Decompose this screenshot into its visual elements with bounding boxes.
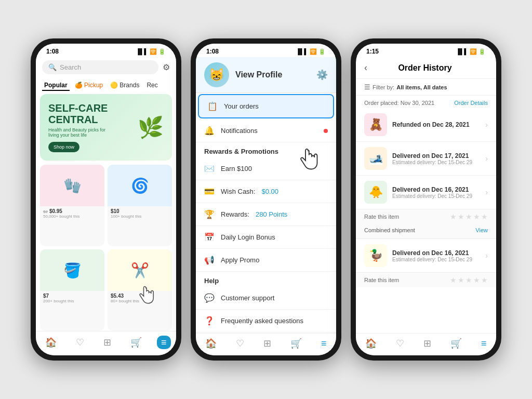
home-icon-1: 🏠 [45, 338, 57, 347]
time-3: 1:15 [366, 48, 379, 55]
menu-item-rewards[interactable]: 🏆 Rewards: 280 Points [196, 203, 336, 226]
order-placed-date-1: Order placed: Nov 30, 2021 [364, 100, 434, 106]
shop-now-button[interactable]: Shop now [48, 142, 79, 152]
support-icon: 💬 [204, 293, 215, 303]
grid-icon-3: ⊞ [423, 339, 431, 348]
nav-menu-1[interactable]: ≡ [157, 336, 171, 349]
nav-cart-2[interactable]: 🛒 [286, 338, 306, 349]
promo-label: Apply Promo [221, 256, 259, 264]
order-est-4: Estimated delivery: Dec 15-Dec 29 [392, 257, 480, 262]
status-icons-2: ▐▌▌ 🛜 🔋 [296, 48, 326, 55]
menu-icon-2: ≡ [321, 339, 327, 348]
cat-pickup[interactable]: 🍊 Pickup [73, 81, 105, 91]
order-thumb-4: 🦆 [364, 244, 387, 267]
nav-cart-3[interactable]: 🛒 [446, 338, 466, 349]
hero-banner: SELF-CARECENTRAL Health and Beauty picks… [40, 94, 172, 161]
nav-favorites-1[interactable]: ♡ [72, 337, 88, 348]
order-row-dec16b[interactable]: 🦆 Delivered on Dec 16, 2021 Estimated de… [356, 239, 496, 273]
cat-popular[interactable]: Popular [42, 81, 70, 91]
orders-icon: 📋 [207, 101, 218, 111]
support-label: Customer support [221, 294, 274, 302]
star-1e[interactable]: ★ [481, 212, 488, 221]
earn-icon: ✉️ [204, 164, 215, 174]
order-row-refunded[interactable]: 🧸 Refunded on Dec 28, 2021 › [356, 108, 496, 142]
nav-home-3[interactable]: 🏠 [361, 338, 381, 349]
promo-icon: 📢 [204, 255, 215, 265]
back-button[interactable]: ‹ [364, 62, 367, 73]
product-img-3: 🪣 [40, 249, 104, 291]
menu-item-promo[interactable]: 📢 Apply Promo [196, 249, 336, 272]
grid-icon-1: ⊞ [103, 338, 111, 347]
banner-title: SELF-CARECENTRAL [48, 102, 108, 125]
product-sold-2: 100+ bought this [111, 214, 169, 219]
time-1: 1:08 [46, 48, 59, 55]
wishcash-icon: 💳 [204, 187, 215, 196]
cat-brands[interactable]: 🟡 Brands [108, 81, 141, 91]
star-1c[interactable]: ★ [466, 212, 472, 221]
nav-grid-1[interactable]: ⊞ [99, 337, 115, 348]
notifications-icon: 🔔 [204, 126, 215, 136]
order-row-dec16a[interactable]: 🐥 Delivered on Dec 16, 2021 Estimated de… [356, 176, 496, 209]
product-sold-1: 50,000+ bought this [43, 214, 101, 219]
product-card-3[interactable]: 🪣 $7 200+ bought this [40, 249, 104, 331]
menu-icon-1: ≡ [161, 338, 167, 347]
order-row-dec17[interactable]: 🎿 Delivered on Dec 17, 2021 Estimated de… [356, 142, 496, 176]
star-1b[interactable]: ★ [458, 212, 464, 221]
battery-icon-3: 🔋 [478, 48, 486, 55]
nav-cart-1[interactable]: 🛒 [126, 337, 146, 348]
menu-item-faq[interactable]: ❓ Frequently asked questions [196, 310, 336, 332]
nav-grid-3[interactable]: ⊞ [419, 338, 435, 349]
battery-icon: 🔋 [158, 48, 166, 55]
nav-home-1[interactable]: 🏠 [41, 337, 61, 348]
product-img-4: ✂️ [108, 249, 172, 291]
menu-item-support[interactable]: 💬 Customer support [196, 287, 336, 310]
order-status-3: Delivered on Dec 16, 2021 [392, 186, 480, 193]
menu-item-notifications[interactable]: 🔔 Notifications [196, 119, 336, 142]
star-1d[interactable]: ★ [473, 212, 480, 221]
banner-decoration: 🌿 [138, 115, 164, 140]
nav-home-2[interactable]: 🏠 [201, 338, 221, 349]
product-price-2: $10 [111, 208, 169, 214]
rate-label-2: Rate this item [364, 277, 448, 283]
order-est-3: Estimated delivery: Dec 15-Dec 29 [392, 193, 480, 199]
nav-favorites-3[interactable]: ♡ [392, 338, 408, 349]
menu-item-daily-login[interactable]: 📅 Daily Login Bonus [196, 226, 336, 249]
menu-item-orders[interactable]: 📋 Your orders [198, 94, 334, 118]
search-input-container[interactable]: 🔍 Search [42, 60, 158, 74]
star-2d[interactable]: ★ [473, 276, 480, 284]
settings-gear-icon[interactable]: ⚙️ [316, 69, 328, 81]
product-price-4: $5.43 [111, 293, 169, 299]
nav-grid-2[interactable]: ⊞ [259, 338, 275, 349]
daily-login-icon: 📅 [204, 232, 215, 242]
filter-icon-3: ☰ [364, 83, 370, 91]
nav-menu-2[interactable]: ≡ [317, 338, 331, 349]
star-2c[interactable]: ★ [466, 276, 472, 284]
product-card-1[interactable]: 🧤 $2$0.95 50,000+ bought this [40, 165, 104, 246]
bottom-nav-2: 🏠 ♡ ⊞ 🛒 ≡ [196, 333, 336, 355]
menu-item-earn[interactable]: ✉️ Earn $100 [196, 157, 336, 180]
star-1a[interactable]: ★ [450, 212, 457, 221]
cat-rec[interactable]: Rec [144, 81, 159, 91]
nav-menu-3[interactable]: ≡ [477, 338, 491, 349]
product-price-1: $2$0.95 [43, 208, 101, 214]
product-card-2[interactable]: 🌀 $10 100+ bought this [108, 165, 172, 246]
wishcash-label: Wish Cash: [221, 188, 255, 195]
stars-1[interactable]: ★ ★ ★ ★ ★ [450, 212, 488, 221]
wishcash-value: $0.00 [261, 188, 278, 195]
star-2a[interactable]: ★ [450, 276, 457, 284]
order-status-4: Delivered on Dec 16, 2021 [392, 249, 480, 257]
combined-view-button[interactable]: View [475, 227, 488, 233]
order-details-link-1[interactable]: Order Details [454, 100, 488, 106]
filter-row[interactable]: ☰ Filter by: All items, All dates [356, 79, 496, 96]
product-card-4[interactable]: ✂️ $5.43 80+ bought this [108, 249, 172, 331]
nav-favorites-2[interactable]: ♡ [232, 338, 248, 349]
star-2e[interactable]: ★ [481, 276, 488, 284]
view-profile-text[interactable]: View Profile [235, 70, 282, 79]
menu-item-wishcash[interactable]: 💳 Wish Cash: $0.00 [196, 180, 336, 203]
stars-2[interactable]: ★ ★ ★ ★ ★ [450, 276, 488, 284]
filter-icon[interactable]: ⚙ [163, 62, 170, 72]
star-2b[interactable]: ★ [458, 276, 464, 284]
orders-list: Order placed: Nov 30, 2021 Order Details… [356, 96, 496, 333]
order-history-header: ‹ Order History [356, 57, 496, 79]
home-icon-3: 🏠 [365, 339, 377, 348]
